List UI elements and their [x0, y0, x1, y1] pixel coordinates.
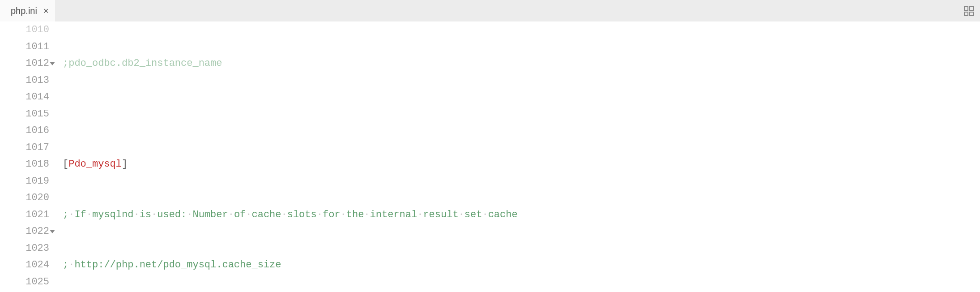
section-name: Pdo_mysql — [68, 159, 122, 170]
line-number: 1019 — [0, 173, 49, 190]
svg-rect-3 — [970, 12, 973, 16]
line-number: 1021 — [0, 206, 49, 223]
comment-text: ;pdo_odbc.db2_instance_name — [63, 58, 222, 69]
code-line: ;pdo_odbc.db2_instance_name — [63, 55, 980, 72]
tab-bar: php.ini × — [0, 0, 980, 21]
comment-text: ;·http://php.net/pdo_mysql.cache_size — [63, 259, 281, 271]
code-line: [Pdo_mysql] — [63, 156, 980, 173]
code-editor[interactable]: 1010 1011 1012 1013 1014 1015 1016 1017 … — [0, 21, 980, 292]
tab-php-ini[interactable]: php.ini × — [0, 0, 55, 21]
line-number: 1011 — [0, 39, 49, 56]
line-number: 1018 — [0, 156, 49, 173]
code-line: ;·If·mysqlnd·is·used:·Number·of·cache·sl… — [63, 206, 980, 223]
svg-rect-0 — [964, 7, 968, 10]
tab-label: php.ini — [11, 6, 37, 16]
line-number: 1022 — [0, 223, 49, 240]
line-number: 1020 — [0, 189, 49, 206]
comment-text: ;·If·mysqlnd·is·used:·Number·of·cache·sl… — [63, 209, 518, 220]
close-icon[interactable]: × — [43, 6, 49, 15]
code-area[interactable]: ;pdo_odbc.db2_instance_name [Pdo_mysql] … — [55, 21, 980, 292]
line-number: 1016 — [0, 122, 49, 139]
line-number: 1015 — [0, 106, 49, 123]
code-line — [63, 106, 980, 123]
svg-rect-1 — [970, 7, 973, 10]
line-number: 1023 — [0, 240, 49, 257]
line-number: 1010 — [0, 21, 49, 39]
svg-rect-2 — [964, 12, 968, 16]
line-number: 1017 — [0, 139, 49, 156]
code-line: ;·http://php.net/pdo_mysql.cache_size — [63, 257, 980, 274]
line-number: 1025 — [0, 274, 49, 291]
line-number: 1014 — [0, 89, 49, 106]
line-number: 1013 — [0, 72, 49, 89]
split-layout-icon[interactable] — [964, 6, 974, 18]
line-number: 1024 — [0, 257, 49, 274]
line-number: 1012 — [0, 55, 49, 72]
line-gutter: 1010 1011 1012 1013 1014 1015 1016 1017 … — [0, 21, 55, 292]
